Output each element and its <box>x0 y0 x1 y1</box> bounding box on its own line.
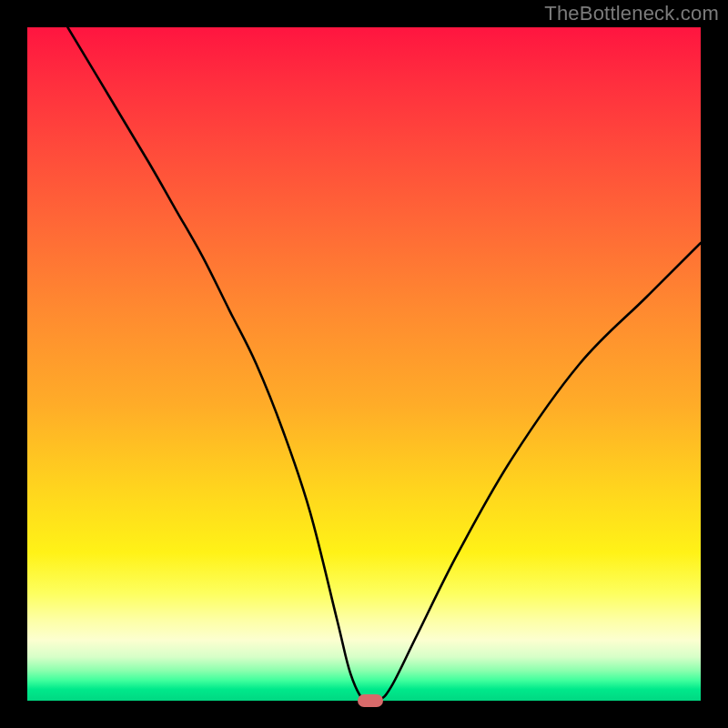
attribution-text: TheBottleneck.com <box>544 2 719 25</box>
optimal-marker <box>358 694 383 707</box>
bottleneck-curve <box>27 27 701 701</box>
plot-area <box>27 27 701 701</box>
chart-frame: TheBottleneck.com <box>0 0 728 728</box>
